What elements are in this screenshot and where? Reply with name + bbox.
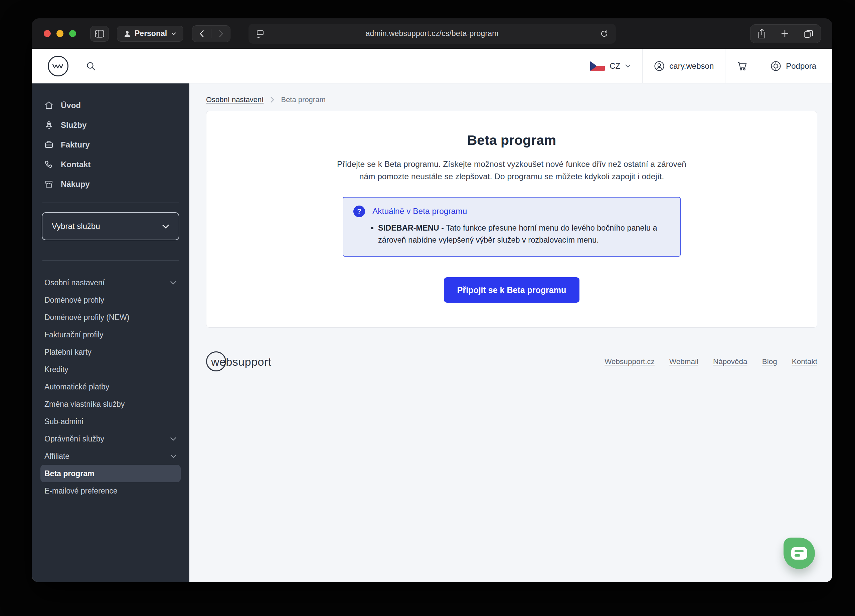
sidebar-item-nakupy[interactable]: Nákupy (40, 174, 181, 194)
sidebar-item-domenove-profily[interactable]: Doménové profily (40, 291, 181, 309)
support-button[interactable]: Podpora (759, 61, 832, 72)
forward-button[interactable] (211, 26, 230, 42)
language-code: CZ (610, 61, 620, 71)
history-nav (192, 25, 230, 42)
czech-flag-icon (590, 61, 605, 71)
settings-section: Osobní nastavení Doménové profily Doméno… (40, 274, 181, 500)
info-box-title: Aktuálně v Beta programu (372, 206, 467, 216)
sidebar-item-zmena-vlastnika[interactable]: Změna vlastníka služby (40, 396, 181, 413)
chevron-down-icon (170, 281, 177, 285)
share-button[interactable] (755, 28, 768, 39)
info-box-bullet: SIDEBAR-MENU - Tato funkce přesune horní… (378, 222, 670, 246)
forward-icon (218, 30, 224, 38)
footer-link-kontakt[interactable]: Kontakt (792, 358, 817, 366)
safari-window: Personal admin.websupport.cz/cs/beta-pro… (32, 18, 832, 582)
back-button[interactable] (192, 26, 211, 42)
sidebar-item-kredity[interactable]: Kredity (40, 361, 181, 378)
page-description: Přidejte se k Beta programu. Získejte mo… (331, 158, 692, 183)
window-controls (44, 30, 76, 37)
sidebar-item-automaticke-platby[interactable]: Automatické platby (40, 378, 181, 396)
service-select-dropdown[interactable]: Vybrat službu (42, 212, 179, 240)
new-tab-button[interactable] (778, 29, 791, 38)
sidebar-toggle-button[interactable] (90, 26, 109, 42)
footer-links: Websupport.cz Webmail Nápověda Blog Kont… (605, 358, 817, 366)
browser-toolbar-right (750, 24, 821, 43)
search-button[interactable] (84, 61, 98, 72)
tabs-overview-button[interactable] (801, 29, 815, 39)
app-topbar: CZ cary.webson (32, 49, 832, 83)
username: cary.webson (669, 61, 714, 71)
sidebar-item-emailove-preference[interactable]: E-mailové preference (40, 482, 181, 500)
topbar-right: CZ cary.webson (579, 49, 832, 83)
language-selector[interactable]: CZ (579, 61, 642, 71)
sidebar-item-osobni-nastaveni[interactable]: Osobní nastavení (40, 274, 181, 291)
footer-link-napoveda[interactable]: Nápověda (713, 358, 748, 366)
page-footer: websupport Websupport.cz Webmail Nápověd… (206, 351, 817, 372)
webpage: CZ cary.webson (32, 49, 832, 582)
sidebar-item-kontakt[interactable]: Kontakt (40, 154, 181, 174)
cart-icon (737, 61, 748, 72)
chevron-down-icon (170, 454, 177, 458)
home-icon (44, 101, 54, 110)
beta-program-card: Beta program Přidejte se k Beta programu… (206, 111, 817, 328)
cart-button[interactable] (725, 61, 759, 72)
chevron-down-icon (625, 64, 631, 68)
logo-circle (206, 352, 226, 371)
sidebar-item-domenove-profily-new[interactable]: Doménové profily (NEW) (40, 309, 181, 326)
search-icon (86, 61, 96, 71)
footer-websupport-logo: websupport (206, 351, 271, 372)
sidebar-item-sluzby[interactable]: Služby (40, 115, 181, 135)
sidebar-item-sub-admini[interactable]: Sub-admini (40, 413, 181, 430)
support-label: Podpora (786, 61, 816, 71)
footer-link-webmail[interactable]: Webmail (669, 358, 698, 366)
info-box: ? Aktuálně v Beta programu SIDEBAR-MENU … (343, 197, 681, 257)
chat-bubble-icon (791, 547, 807, 559)
minimize-window-button[interactable] (57, 30, 63, 37)
account-menu[interactable]: cary.webson (643, 61, 725, 72)
sidebar-toggle-icon (95, 30, 104, 38)
chevron-down-icon (171, 32, 176, 35)
close-window-button[interactable] (44, 30, 51, 37)
profile-label: Personal (135, 29, 167, 38)
new-tab-icon (780, 29, 789, 38)
websupport-logo[interactable] (48, 56, 69, 76)
breadcrumb-parent-link[interactable]: Osobní nastavení (206, 95, 264, 104)
sidebar-divider (43, 260, 179, 261)
zoom-window-button[interactable] (69, 30, 76, 37)
sidebar: Úvod Služby (32, 83, 189, 582)
phone-icon (44, 160, 54, 169)
tabs-overview-icon (804, 29, 814, 38)
chevron-down-icon (170, 437, 177, 441)
footer-link-websupport[interactable]: Websupport.cz (605, 358, 654, 366)
sidebar-item-opravneni-sluzby[interactable]: Oprávnění služby (40, 430, 181, 448)
reload-icon[interactable] (600, 29, 608, 38)
chat-widget-button[interactable] (783, 538, 815, 569)
page-title: Beta program (207, 133, 817, 148)
sidebar-item-fakturacni-profily[interactable]: Fakturační profily (40, 326, 181, 343)
chevron-right-icon (270, 96, 274, 103)
sidebar-item-platebni-karty[interactable]: Platební karty (40, 343, 181, 361)
rocket-icon (44, 121, 54, 130)
store-icon (44, 180, 54, 188)
reader-icon[interactable] (256, 29, 265, 38)
join-beta-button[interactable]: Připojit se k Beta programu (444, 277, 579, 303)
sidebar-item-uvod[interactable]: Úvod (40, 95, 181, 115)
breadcrumb-current: Beta program (281, 95, 325, 104)
share-icon (757, 29, 766, 39)
address-bar[interactable]: admin.websupport.cz/cs/beta-program (248, 24, 616, 44)
person-icon (124, 31, 130, 37)
main-content: Osobní nastavení Beta program Beta progr… (189, 83, 832, 582)
briefcase-icon (44, 140, 54, 149)
sidebar-item-beta-program[interactable]: Beta program (40, 465, 181, 482)
question-circle-icon: ? (353, 206, 365, 217)
profile-switcher[interactable]: Personal (117, 26, 183, 42)
url-text[interactable]: admin.websupport.cz/cs/beta-program (265, 29, 600, 38)
sidebar-divider (43, 203, 179, 203)
sidebar-item-faktury[interactable]: Faktury (40, 135, 181, 154)
footer-link-blog[interactable]: Blog (762, 358, 777, 366)
sidebar-item-affiliate[interactable]: Affiliate (40, 448, 181, 465)
chevron-down-icon (162, 224, 169, 229)
browser-titlebar: Personal admin.websupport.cz/cs/beta-pro… (32, 18, 832, 49)
back-icon (199, 30, 204, 38)
globe-icon (771, 61, 781, 72)
